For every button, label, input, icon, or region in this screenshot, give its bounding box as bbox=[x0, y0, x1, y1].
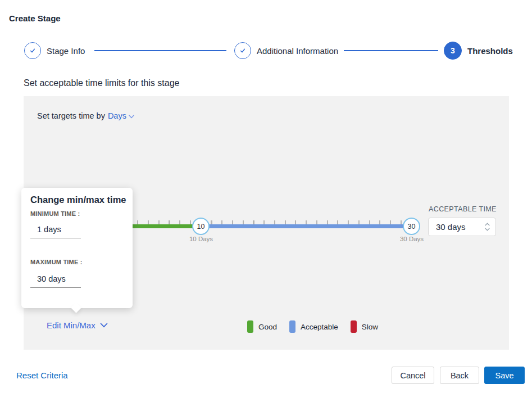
step-label: Thresholds bbox=[467, 46, 513, 56]
slider-handle-max[interactable]: 30 bbox=[403, 218, 420, 235]
section-heading: Set acceptable time limits for this stag… bbox=[24, 78, 179, 88]
check-icon bbox=[238, 46, 247, 55]
edit-minmax-label: Edit Min/Max bbox=[47, 320, 96, 330]
slider-handle-max-value: 30 bbox=[408, 223, 416, 231]
legend-item-slow: Slow bbox=[351, 320, 378, 333]
legend-swatch-acceptable bbox=[289, 320, 295, 333]
reset-criteria-link[interactable]: Reset Criteria bbox=[16, 371, 68, 380]
legend: Good Acceptable Slow bbox=[247, 320, 378, 333]
minimum-time-label: MINIMUM TIME : bbox=[30, 210, 80, 217]
minimum-time-field[interactable]: 1 days bbox=[30, 225, 81, 238]
maximum-time-label: MAXIMUM TIME : bbox=[30, 259, 83, 265]
legend-label: Good bbox=[258, 323, 277, 331]
stepper-step-thresholds[interactable]: 3 Thresholds bbox=[444, 42, 513, 60]
legend-item-good: Good bbox=[247, 320, 277, 333]
chevron-down-icon bbox=[129, 115, 134, 119]
stepper-connector bbox=[344, 50, 438, 51]
create-stage-page: Create Stage Stage Info Additional Infor… bbox=[0, 0, 532, 393]
unit-selector-value: Days bbox=[108, 111, 126, 120]
save-button[interactable]: Save bbox=[484, 367, 525, 384]
legend-swatch-good bbox=[247, 320, 253, 333]
legend-label: Acceptable bbox=[301, 323, 338, 331]
chevron-down-icon bbox=[100, 323, 108, 328]
unit-selector[interactable]: Days bbox=[108, 111, 134, 120]
chevron-up-icon bbox=[485, 223, 490, 226]
step-current-circle: 3 bbox=[444, 42, 462, 60]
slider-handle-min[interactable]: 10 bbox=[192, 218, 210, 235]
acceptable-time-label: ACCEPTABLE TIME bbox=[429, 205, 497, 213]
stepper-step-stage-info[interactable]: Stage Info bbox=[24, 42, 85, 59]
legend-label: Slow bbox=[362, 323, 378, 331]
popover-title: Change min/max time bbox=[30, 195, 126, 205]
slider-max-label: 30 Days bbox=[395, 236, 429, 242]
step-complete-circle bbox=[24, 42, 41, 59]
set-targets-label: Set targets time by bbox=[37, 111, 105, 120]
maximum-time-field[interactable]: 30 days bbox=[30, 274, 81, 288]
step-label: Additional Information bbox=[257, 46, 338, 56]
acceptable-time-input[interactable]: 30 days bbox=[428, 218, 496, 236]
slider-handle-min-value: 10 bbox=[197, 223, 205, 231]
stepper-step-additional-information[interactable]: Additional Information bbox=[234, 42, 338, 59]
change-minmax-popover: Change min/max time MINIMUM TIME : 1 day… bbox=[21, 188, 133, 308]
step-complete-circle bbox=[234, 42, 251, 59]
legend-swatch-slow bbox=[351, 320, 357, 333]
slider-min-label: 10 Days bbox=[184, 236, 218, 242]
cancel-button[interactable]: Cancel bbox=[392, 367, 434, 384]
slider-track-acceptable bbox=[201, 224, 419, 228]
step-label: Stage Info bbox=[47, 46, 85, 56]
page-title: Create Stage bbox=[9, 13, 61, 23]
number-stepper[interactable] bbox=[485, 223, 490, 231]
legend-item-acceptable: Acceptable bbox=[289, 320, 338, 333]
acceptable-time-value: 30 days bbox=[436, 222, 485, 232]
stepper-connector bbox=[94, 50, 226, 51]
chevron-down-icon bbox=[485, 228, 490, 231]
step-number: 3 bbox=[451, 46, 455, 55]
set-targets-row: Set targets time by Days bbox=[37, 111, 134, 120]
back-button[interactable]: Back bbox=[440, 367, 479, 384]
check-icon bbox=[28, 46, 37, 55]
edit-minmax-link[interactable]: Edit Min/Max bbox=[47, 320, 108, 330]
